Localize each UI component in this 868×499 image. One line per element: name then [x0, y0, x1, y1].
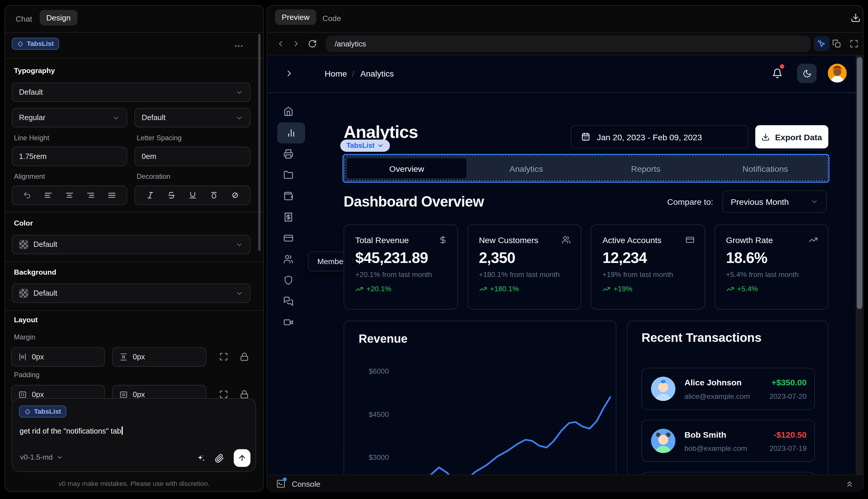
tab-preview[interactable]: Preview [275, 9, 316, 25]
url-input[interactable]: /analytics [326, 35, 810, 52]
send-button[interactable] [234, 449, 250, 467]
margin-lock-button[interactable] [240, 352, 249, 361]
sidebar-item-members[interactable] [283, 254, 293, 264]
background-select[interactable]: Default [12, 284, 250, 303]
no-decoration-icon[interactable] [231, 191, 239, 199]
sidebar-item-cards[interactable] [283, 233, 293, 243]
chevron-down-icon [377, 142, 384, 149]
padding-expand-button[interactable] [219, 390, 228, 399]
overline-icon[interactable] [209, 191, 218, 199]
align-justify-icon[interactable] [108, 191, 116, 199]
chevrons-up-icon [845, 480, 854, 488]
model-select[interactable]: v0-1.5-md [20, 453, 63, 461]
letter-spacing-input[interactable]: 0em [134, 147, 250, 166]
tab-overview[interactable]: Overview [347, 158, 467, 178]
sparkles-icon [196, 454, 206, 463]
fullscreen-button[interactable] [850, 39, 859, 48]
more-menu-button[interactable] [234, 41, 244, 51]
tab-design[interactable]: Design [40, 10, 77, 25]
transaction-row[interactable]: Alice Johnson alice@example.com +$350.00… [641, 368, 815, 410]
tab-code[interactable]: Code [322, 14, 341, 23]
color-swatch [19, 240, 28, 249]
pointer-sparkle-icon [817, 39, 826, 49]
lock-icon [240, 352, 249, 361]
tab-reports[interactable]: Reports [586, 158, 705, 178]
tab-chat[interactable]: Chat [15, 14, 32, 23]
align-right-icon[interactable] [86, 191, 95, 199]
stat-card-growth-rate[interactable]: Growth Rate 18.6% +5.4% from last month … [715, 224, 829, 310]
align-center-icon[interactable] [65, 191, 74, 199]
credit-card-icon [283, 233, 293, 243]
revenue-line-chart [344, 321, 617, 475]
sidebar-item-video[interactable] [283, 317, 293, 327]
background-swatch [19, 289, 28, 298]
margin-y-input[interactable]: 0px [112, 348, 207, 367]
layout-label: Layout [14, 316, 38, 324]
theme-toggle-button[interactable] [797, 64, 817, 83]
sidebar-toggle-button[interactable] [284, 69, 294, 78]
nav-back-button[interactable] [276, 39, 285, 48]
console-bar[interactable]: Console [267, 475, 863, 492]
undo-icon[interactable] [23, 191, 32, 199]
padding-horizontal-icon [18, 390, 27, 399]
sidebar-item-reports[interactable] [283, 149, 293, 159]
console-expand-button[interactable] [845, 480, 854, 488]
composer-element-chip[interactable]: TabsList [19, 405, 66, 418]
margin-x-input[interactable]: 0px [11, 348, 105, 367]
v0-workspace: Chat Design TabsList Typography Default … [0, 0, 868, 499]
preview-viewport: Home / Analytics [267, 56, 863, 475]
strikethrough-icon[interactable] [167, 191, 175, 199]
breadcrumb-current: Analytics [360, 69, 394, 78]
attach-button[interactable] [215, 454, 224, 463]
sidebar-item-analytics-active[interactable] [277, 122, 305, 144]
underline-icon[interactable] [188, 191, 197, 199]
color-select[interactable]: Default [12, 235, 250, 254]
divider [5, 310, 263, 311]
enhance-button[interactable] [196, 454, 206, 463]
breadcrumb-home[interactable]: Home [325, 69, 347, 78]
chevron-down-icon [112, 114, 120, 122]
line-height-input[interactable]: 1.75rem [12, 147, 127, 166]
selected-element-chip[interactable]: TabsList [12, 38, 59, 50]
sidebar-item-security[interactable] [283, 275, 293, 285]
avatar[interactable] [828, 64, 847, 82]
stat-card-new-customers[interactable]: New Customers 2,350 +180.1% from last mo… [467, 224, 582, 310]
sidebar-item-files[interactable] [283, 170, 293, 180]
preview-scrollbar-thumb[interactable] [857, 57, 862, 309]
font-family-select[interactable]: Default [12, 82, 250, 102]
sidebar-item-messages[interactable] [283, 296, 293, 306]
composer-input[interactable]: get rid of the "notifications" tab [20, 427, 123, 435]
design-mode-button[interactable] [814, 36, 829, 51]
tab-analytics[interactable]: Analytics [467, 158, 586, 178]
stat-card-total-revenue[interactable]: Total Revenue $45,231.89 +20.1% from las… [344, 224, 458, 310]
align-left-icon[interactable] [44, 191, 52, 199]
date-range-button[interactable]: Jan 20, 2023 - Feb 09, 2023 [571, 125, 748, 148]
export-data-button[interactable]: Export Data [755, 125, 828, 148]
divider [5, 58, 263, 59]
margin-expand-button[interactable] [219, 352, 228, 361]
compare-select[interactable]: Previous Month [722, 191, 827, 213]
panel-scrollbar[interactable] [258, 34, 261, 251]
font-size-select[interactable]: Default [134, 108, 250, 127]
background-label: Background [14, 268, 57, 276]
users-icon [283, 254, 293, 264]
notifications-button[interactable] [772, 68, 782, 78]
more-horizontal-icon [234, 41, 244, 51]
padding-lock-button[interactable] [240, 390, 249, 399]
refresh-button[interactable] [308, 39, 317, 48]
tab-notifications[interactable]: Notifications [706, 158, 825, 178]
sidebar-item-invoices[interactable] [283, 212, 293, 222]
nav-forward-button[interactable] [292, 39, 301, 48]
stat-card-active-accounts[interactable]: Active Accounts 12,234 +19% from last mo… [591, 224, 705, 310]
divider [5, 261, 263, 262]
selection-badge[interactable]: TabsList [340, 139, 390, 152]
sidebar-item-home[interactable] [283, 106, 293, 116]
transaction-row[interactable]: Bob Smith bob@example.com -$120.50 2023-… [641, 420, 815, 462]
copy-button[interactable] [832, 39, 841, 48]
console-label: Console [292, 479, 320, 488]
italic-icon[interactable] [146, 191, 154, 199]
download-button[interactable] [851, 13, 861, 23]
printer-icon [283, 149, 293, 159]
font-weight-select[interactable]: Regular [12, 108, 127, 127]
sidebar-item-wallet[interactable] [283, 191, 293, 201]
